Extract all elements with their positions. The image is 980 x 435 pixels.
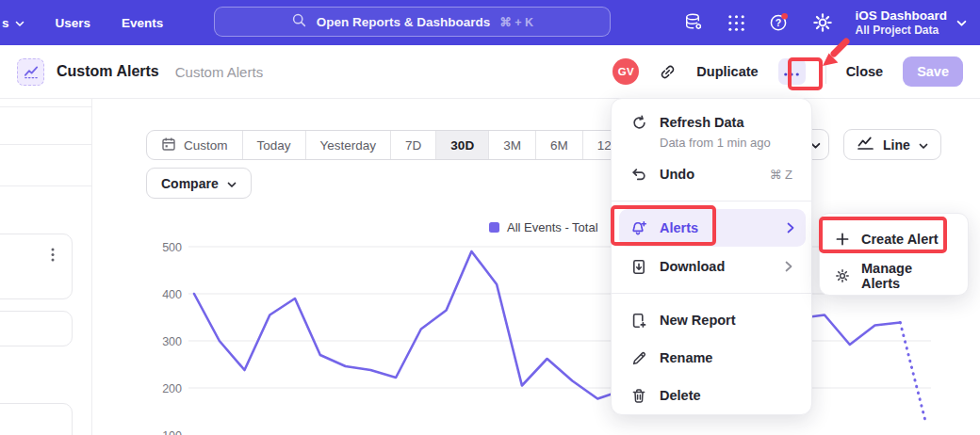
alert-bell-icon — [630, 220, 647, 236]
svg-text:400: 400 — [162, 288, 182, 301]
menu-divider — [612, 201, 811, 201]
menu-item-new-report[interactable]: New Report — [612, 302, 811, 338]
report-content: 500400300200100 All Events - Total — [0, 99, 980, 435]
range-6m[interactable]: 6M — [536, 131, 583, 159]
project-title: iOS Dashboard — [855, 8, 947, 24]
menu-item-alerts[interactable]: Alerts — [619, 209, 806, 247]
duplicate-button[interactable]: Duplicate — [696, 64, 758, 79]
menu-item-undo[interactable]: Undo ⌘ Z — [612, 157, 811, 191]
data-management-icon[interactable] — [682, 11, 705, 34]
new-report-icon — [630, 313, 647, 329]
pencil-icon — [630, 350, 647, 366]
legend-label: All Events - Total — [507, 220, 598, 234]
chevron-down-icon — [15, 16, 24, 30]
trash-icon — [630, 388, 647, 404]
ellipsis-icon — [784, 65, 799, 79]
range-custom[interactable]: Custom — [147, 131, 243, 159]
line-chart-icon — [857, 136, 874, 153]
search-shortcut: ⌘ + K — [499, 15, 533, 29]
search-icon — [291, 12, 307, 32]
help-icon[interactable]: ? — [768, 11, 791, 34]
menu-item-delete[interactable]: Delete — [612, 378, 811, 413]
menu-item-download[interactable]: Download — [612, 250, 811, 283]
builder-card[interactable] — [0, 403, 73, 435]
compare-button[interactable]: Compare — [146, 168, 252, 199]
notification-dot — [782, 13, 789, 20]
breadcrumb: Custom Alerts — [175, 64, 263, 80]
range-today[interactable]: Today — [243, 131, 306, 159]
builder-card[interactable] — [0, 234, 73, 299]
svg-text:100: 100 — [162, 429, 182, 435]
submenu-item-manage-alerts[interactable]: Manage Alerts — [820, 259, 968, 293]
settings-gear-icon[interactable] — [812, 12, 833, 33]
date-range-control: Custom Today Yesterday 7D 30D 3M 6M 12M — [146, 130, 637, 160]
project-subtitle: All Project Data — [855, 24, 947, 37]
toolbar-divider — [825, 59, 826, 84]
range-yesterday[interactable]: Yesterday — [306, 131, 392, 159]
report-toolbar: Custom Alerts Custom Alerts GV Duplicate… — [0, 45, 980, 99]
close-button[interactable]: Close — [846, 64, 884, 79]
panel-divider — [0, 144, 92, 145]
range-3m[interactable]: 3M — [489, 131, 536, 159]
chevron-down-icon — [227, 176, 237, 191]
chevron-down-icon — [956, 14, 967, 31]
svg-text:500: 500 — [162, 241, 182, 254]
nav-item-users[interactable]: Users — [56, 16, 91, 30]
undo-shortcut: ⌘ Z — [769, 168, 792, 182]
page-title: Custom Alerts — [57, 63, 159, 80]
panel-divider — [0, 185, 92, 186]
svg-text:200: 200 — [162, 382, 182, 395]
svg-text:300: 300 — [162, 335, 182, 348]
report-type-icon — [17, 58, 44, 86]
kebab-menu-icon[interactable] — [51, 248, 55, 266]
svg-text:?: ? — [776, 17, 781, 28]
nav-item-partial[interactable]: s — [2, 16, 24, 30]
menu-item-rename[interactable]: Rename — [612, 340, 811, 376]
more-options-button[interactable] — [778, 58, 806, 85]
gear-icon — [835, 268, 850, 283]
plus-icon — [835, 233, 850, 246]
chevron-down-icon — [919, 137, 928, 153]
refresh-data-age: Data from 1 min ago — [660, 136, 771, 150]
chart-legend: All Events - Total — [489, 220, 598, 234]
undo-icon — [630, 168, 647, 182]
legend-swatch — [489, 222, 499, 233]
top-nav: s Users Events Open Reports & Dashboards… — [0, 0, 980, 45]
search-placeholder: Open Reports & Dashboards — [317, 15, 491, 29]
nav-partial-label: s — [2, 16, 9, 30]
avatar[interactable]: GV — [612, 58, 639, 85]
more-options-menu: Refresh Data Data from 1 min ago Undo ⌘ … — [611, 98, 812, 415]
range-7d[interactable]: 7D — [391, 131, 436, 159]
chevron-right-icon — [785, 261, 792, 272]
global-search-input[interactable]: Open Reports & Dashboards ⌘ + K — [214, 7, 611, 37]
chart-type-dropdown[interactable]: Line — [843, 129, 941, 160]
panel-divider — [0, 106, 92, 107]
apps-grid-icon[interactable] — [727, 13, 746, 33]
chevron-right-icon — [787, 222, 794, 234]
range-30d-selected[interactable]: 30D — [436, 131, 489, 159]
copy-link-icon[interactable] — [659, 63, 677, 81]
builder-card[interactable] — [0, 311, 73, 346]
alerts-submenu: Create Alert Manage Alerts — [819, 213, 969, 296]
query-builder-panel — [0, 99, 92, 435]
refresh-icon — [630, 115, 647, 131]
submenu-item-create-alert[interactable]: Create Alert — [820, 221, 968, 257]
calendar-icon — [161, 137, 176, 154]
download-icon — [630, 259, 647, 275]
menu-divider — [612, 293, 811, 294]
menu-item-refresh-data[interactable]: Refresh Data Data from 1 min ago — [612, 106, 811, 150]
nav-item-events[interactable]: Events — [122, 16, 163, 30]
save-button[interactable]: Save — [903, 56, 963, 87]
project-selector[interactable]: iOS Dashboard All Project Data — [855, 8, 967, 37]
